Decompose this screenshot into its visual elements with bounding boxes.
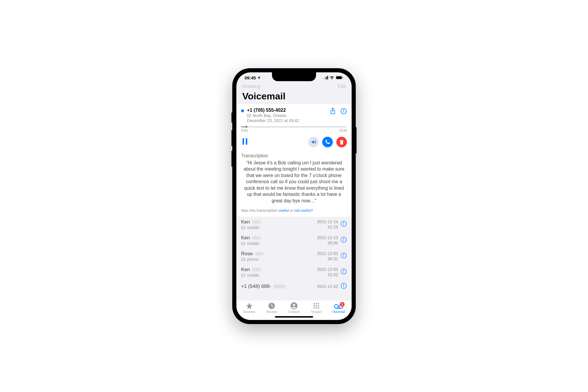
- svg-point-34: [314, 305, 315, 306]
- svg-point-32: [316, 303, 317, 304]
- elapsed-time: 0:01: [241, 129, 248, 133]
- redacted: [252, 221, 260, 223]
- p-badge-icon: P: [241, 273, 245, 277]
- notch: [272, 72, 316, 81]
- trash-icon: [339, 139, 344, 145]
- voicemail-row[interactable]: Ken Pmobile 2021-12-1401:25: [236, 217, 352, 233]
- phone-frame: 09:45 Greeting Edit Voicemail +1 (70: [232, 68, 356, 324]
- row-info-button[interactable]: [340, 283, 347, 290]
- phone-icon: [325, 139, 330, 144]
- pause-icon: [242, 138, 248, 145]
- row-info-button[interactable]: [340, 221, 347, 228]
- battery-icon: [336, 76, 343, 79]
- svg-point-10: [343, 110, 344, 110]
- person-icon: [290, 302, 298, 310]
- tab-recents[interactable]: Recents: [263, 302, 280, 313]
- redacted: [252, 268, 260, 271]
- call-back-button[interactable]: [322, 137, 333, 147]
- svg-rect-2: [326, 77, 327, 79]
- svg-point-39: [318, 307, 319, 308]
- row-info-button[interactable]: [340, 268, 347, 276]
- tab-contacts[interactable]: Contacts: [285, 302, 303, 313]
- tab-label: Favorites: [243, 310, 255, 313]
- badge: 1: [340, 302, 345, 307]
- cell-signal-icon: [323, 76, 328, 79]
- voicemail-date: December 23, 2021 at 09:42: [247, 118, 327, 123]
- caller-number: +1 (705) 555-4022: [247, 108, 327, 113]
- svg-point-33: [318, 303, 319, 304]
- voicemail-row[interactable]: Rose Pphone 2021-12-0200:31: [236, 248, 352, 264]
- playback-scrubber[interactable]: 0:01 −0:20: [241, 126, 347, 133]
- info-icon: [340, 108, 347, 114]
- tab-voicemail[interactable]: 1 Voicemail: [330, 303, 348, 313]
- svg-rect-5: [336, 76, 342, 79]
- tab-label: Recents: [266, 310, 277, 313]
- svg-point-37: [314, 307, 315, 308]
- svg-point-40: [335, 304, 338, 308]
- p-badge-icon: P: [241, 226, 245, 229]
- info-icon: [340, 283, 347, 289]
- nav-bar: Greeting Edit: [236, 81, 352, 90]
- share-button[interactable]: [330, 108, 336, 116]
- share-icon: [330, 108, 336, 115]
- volume-up-button[interactable]: [231, 130, 232, 146]
- info-button[interactable]: [340, 108, 347, 116]
- p-badge-icon: P: [247, 114, 251, 117]
- svg-point-31: [314, 303, 315, 304]
- info-icon: [340, 268, 347, 275]
- transcription-body: “Hi Jesse it's a Bob calling um I just w…: [241, 160, 347, 204]
- edit-button[interactable]: Edit: [338, 84, 346, 89]
- useful-link[interactable]: useful: [278, 208, 289, 213]
- volume-down-button[interactable]: [231, 151, 232, 167]
- info-icon: [340, 252, 347, 259]
- svg-point-15: [343, 222, 344, 223]
- phone-screen: 09:45 Greeting Edit Voicemail +1 (70: [236, 72, 352, 320]
- row-info-button[interactable]: [340, 252, 347, 260]
- transcription-feedback: Was this transcription useful or not use…: [241, 208, 347, 213]
- svg-point-27: [343, 284, 344, 285]
- home-indicator[interactable]: [275, 316, 313, 318]
- redacted: [255, 252, 263, 255]
- voicemail-list[interactable]: Ken Pmobile 2021-12-1401:25 Ken Pmobile …: [236, 217, 352, 300]
- voicemail-row[interactable]: Ken Pmobile 2021-12-1305:00: [236, 233, 352, 248]
- mute-switch[interactable]: [231, 112, 232, 123]
- tab-keypad[interactable]: Keypad: [308, 303, 325, 313]
- tab-favorites[interactable]: Favorites: [240, 302, 258, 313]
- svg-point-36: [318, 305, 319, 306]
- content-area: +1 (705) 555-4022 P North Bay, Ontario D…: [236, 104, 352, 300]
- redacted: [252, 236, 260, 239]
- transcription-label: Transcription: [241, 153, 347, 159]
- svg-rect-11: [243, 138, 244, 145]
- voicemail-row[interactable]: Ken Pmobile 2021-12-0201:52: [236, 264, 352, 280]
- power-button[interactable]: [356, 127, 357, 154]
- clock-icon: [268, 302, 275, 310]
- info-icon: [340, 221, 347, 227]
- row-info-button[interactable]: [340, 236, 347, 244]
- svg-point-18: [343, 238, 344, 238]
- greeting-button[interactable]: Greeting: [242, 84, 260, 89]
- speaker-button[interactable]: [308, 137, 319, 147]
- svg-rect-12: [246, 138, 247, 145]
- pause-button[interactable]: [242, 138, 248, 146]
- svg-point-24: [343, 270, 344, 270]
- star-icon: [245, 302, 253, 310]
- voicemail-row[interactable]: +1 (548) 688- 2021-12-02: [236, 280, 352, 293]
- speaker-icon: [311, 139, 316, 145]
- caller-location: North Bay, Ontario: [253, 113, 286, 118]
- location-arrow-icon: [257, 76, 261, 80]
- svg-rect-0: [323, 78, 324, 79]
- redacted: [274, 285, 285, 288]
- tab-label: Keypad: [311, 310, 321, 313]
- p-badge-icon: P: [241, 258, 245, 261]
- svg-rect-1: [324, 77, 325, 79]
- unread-indicator: [241, 109, 244, 112]
- tab-label: Contacts: [288, 310, 300, 313]
- not-useful-link[interactable]: not useful: [294, 208, 311, 213]
- svg-point-35: [316, 305, 317, 306]
- remaining-time: −0:20: [338, 129, 347, 133]
- p-badge-icon: P: [241, 242, 245, 245]
- delete-button[interactable]: [336, 137, 347, 147]
- svg-point-38: [316, 307, 317, 308]
- info-icon: [340, 236, 347, 243]
- svg-rect-3: [327, 76, 328, 79]
